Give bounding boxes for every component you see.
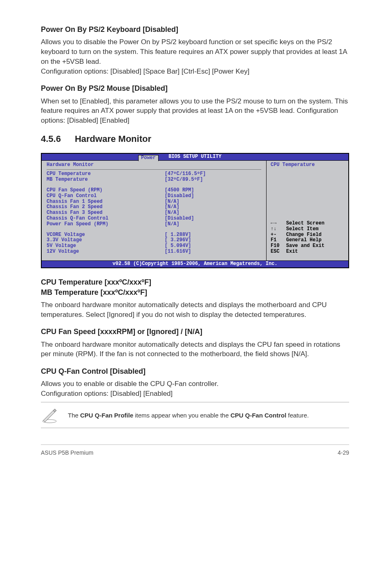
paragraph: Allows you to enable or disable the CPU … bbox=[41, 379, 349, 399]
footer-right: 4-29 bbox=[338, 449, 349, 457]
bios-help-key: F1 bbox=[271, 238, 286, 243]
section-heading: 4.5.6Hardware Monitor bbox=[41, 133, 349, 146]
heading-cpu-temperature: CPU Temperature [xxxºC/xxxºF] bbox=[41, 277, 349, 287]
section-number: 4.5.6 bbox=[41, 133, 61, 146]
note-text-part: feature. bbox=[286, 412, 309, 419]
bios-panel-title: Hardware Monitor bbox=[47, 162, 261, 170]
bios-value: [Disabled] bbox=[165, 216, 261, 222]
bios-help-text: Save and Exit bbox=[286, 243, 325, 249]
note-callout: The CPU Q-Fan Profile items appear when … bbox=[41, 402, 349, 428]
bios-value: [N/A] bbox=[165, 204, 261, 210]
note-text: The CPU Q-Fan Profile items appear when … bbox=[68, 411, 309, 420]
bios-value: [ 5.094V] bbox=[165, 243, 261, 249]
bios-left-panel: Hardware Monitor CPU Temperature[47ºC/11… bbox=[42, 161, 267, 260]
bios-value: [N/A] bbox=[165, 222, 261, 227]
heading-cpu-fan-speed: CPU Fan Speed [xxxxRPM] or [Ignored] / [… bbox=[41, 327, 349, 337]
note-text-bold: CPU Q-Fan Profile bbox=[80, 412, 133, 419]
bios-label: Power Fan Speed (RPM) bbox=[47, 222, 165, 227]
bios-row: 12V Voltage[11.616V] bbox=[47, 249, 261, 255]
paragraph: The onboard hardware monitor automatical… bbox=[41, 300, 349, 320]
bios-help-text: Select Item bbox=[286, 227, 318, 232]
note-text-bold: CPU Q-Fan Control bbox=[231, 412, 287, 419]
bios-help-key: +- bbox=[271, 232, 286, 238]
bios-body: Hardware Monitor CPU Temperature[47ºC/11… bbox=[42, 160, 348, 260]
paragraph: The onboard hardware monitor automatical… bbox=[41, 340, 349, 359]
page-footer: ASUS P5B Premium 4-29 bbox=[41, 444, 349, 457]
bios-help-block: ←→Select Screen ↑↓Select Item +-Change F… bbox=[271, 221, 344, 255]
heading-power-on-mouse: Power On By PS/2 Mouse [Disabled] bbox=[41, 83, 349, 94]
bios-row: 5V Voltage[ 5.094V] bbox=[47, 243, 261, 249]
bios-right-panel: CPU Temperature ←→Select Screen ↑↓Select… bbox=[267, 161, 348, 260]
bios-value: [4500 RPM] bbox=[165, 188, 261, 193]
bios-help-key: F10 bbox=[271, 243, 286, 249]
paragraph: When set to [Enabled], this parameter al… bbox=[41, 97, 349, 126]
bios-label: 5V Voltage bbox=[47, 243, 165, 249]
footer-left: ASUS P5B Premium bbox=[41, 449, 93, 457]
bios-value: [47ºC/116.5ºF] bbox=[165, 171, 261, 177]
note-text-part: The bbox=[68, 412, 80, 419]
bios-value: [11.616V] bbox=[165, 249, 261, 255]
bios-help-row: F10Save and Exit bbox=[271, 243, 344, 249]
bios-help-key: ESC bbox=[271, 249, 286, 255]
bios-row: CPU Q-Fan Control[Disabled] bbox=[47, 193, 261, 199]
bios-label: CPU Temperature bbox=[47, 171, 165, 177]
bios-value: [ 1.288V] bbox=[165, 232, 261, 238]
bios-row: Power Fan Speed (RPM)[N/A] bbox=[47, 222, 261, 227]
section-label: Hardware Monitor bbox=[75, 134, 151, 144]
bios-help-key: ↑↓ bbox=[271, 227, 286, 232]
bios-row: Chassis Fan 3 Speed[N/A] bbox=[47, 210, 261, 216]
bios-label: CPU Q-Fan Control bbox=[47, 193, 165, 199]
bios-row: 3.3V Voltage[ 3.296V] bbox=[47, 238, 261, 243]
bios-value: [N/A] bbox=[165, 210, 261, 216]
pencil-icon bbox=[41, 406, 58, 424]
paragraph: Allows you to disable the Power On by PS… bbox=[41, 37, 349, 76]
bios-row: CPU Fan Speed (RPM)[4500 RPM] bbox=[47, 188, 261, 193]
bios-help-text: Select Screen bbox=[286, 221, 325, 227]
bios-help-row: F1General Help bbox=[271, 238, 344, 243]
bios-label: Chassis Fan 2 Speed bbox=[47, 204, 165, 210]
bios-label: 3.3V Voltage bbox=[47, 238, 165, 243]
heading-mb-temperature: MB Temperature [xxxºC/xxxºF] bbox=[41, 287, 349, 298]
svg-marker-1 bbox=[43, 411, 55, 422]
bios-help-text: Exit bbox=[286, 249, 298, 255]
bios-help-key: ←→ bbox=[271, 221, 286, 227]
bios-value: [N/A] bbox=[165, 199, 261, 205]
bios-row: VCORE Voltage[ 1.288V] bbox=[47, 232, 261, 238]
bios-label: 12V Voltage bbox=[47, 249, 165, 255]
bios-help-text: Change Field bbox=[286, 232, 321, 238]
bios-help-title: CPU Temperature bbox=[271, 162, 344, 168]
bios-label: MB Temperature bbox=[47, 177, 165, 183]
bios-value: [32ºC/89.5ºF] bbox=[165, 177, 261, 183]
bios-tab-power: Power bbox=[138, 155, 159, 161]
bios-help-row: ESCExit bbox=[271, 249, 344, 255]
bios-screenshot: BIOS SETUP UTILITY Power Hardware Monito… bbox=[41, 153, 349, 268]
bios-help-row: ←→Select Screen bbox=[271, 221, 344, 227]
bios-label: Chassis Fan 1 Speed bbox=[47, 199, 165, 205]
note-text-part: items appear when you enable the bbox=[133, 412, 231, 419]
bios-label: CPU Fan Speed (RPM) bbox=[47, 188, 165, 193]
bios-help-text: General Help bbox=[286, 238, 321, 243]
bios-help-row: ↑↓Select Item bbox=[271, 227, 344, 232]
bios-label: Chassis Fan 3 Speed bbox=[47, 210, 165, 216]
bios-row: MB Temperature[32ºC/89.5ºF] bbox=[47, 177, 261, 183]
bios-value: [ 3.296V] bbox=[165, 238, 261, 243]
heading-cpu-qfan-control: CPU Q-Fan Control [Disabled] bbox=[41, 366, 349, 377]
bios-row: Chassis Fan 2 Speed[N/A] bbox=[47, 204, 261, 210]
heading-power-on-keyboard: Power On By PS/2 Keyboard [Disabled] bbox=[41, 25, 349, 35]
bios-help-row: +-Change Field bbox=[271, 232, 344, 238]
bios-footer: v02.58 (C)Copyright 1985-2006, American … bbox=[42, 260, 348, 267]
bios-header: BIOS SETUP UTILITY Power bbox=[42, 154, 348, 160]
bios-row: CPU Temperature[47ºC/116.5ºF] bbox=[47, 171, 261, 177]
bios-label: Chassis Q-Fan Control bbox=[47, 216, 165, 222]
bios-title: BIOS SETUP UTILITY bbox=[168, 154, 222, 159]
bios-label: VCORE Voltage bbox=[47, 232, 165, 238]
bios-row: Chassis Q-Fan Control[Disabled] bbox=[47, 216, 261, 222]
bios-row: Chassis Fan 1 Speed[N/A] bbox=[47, 199, 261, 205]
bios-value: [Disabled] bbox=[165, 193, 261, 199]
